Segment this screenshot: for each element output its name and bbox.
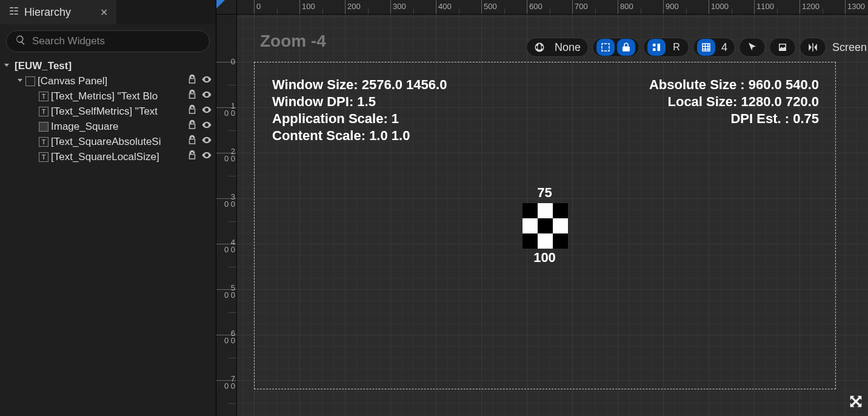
metric-line: DPI Est. : 0.75: [649, 110, 819, 127]
ruler-v-tick-label: 60 0: [217, 330, 235, 344]
ruler-v-tick-label: 10 0: [217, 102, 235, 117]
ruler-horizontal: 0100200300400500600700800900100011001200…: [237, 0, 868, 15]
mirror-icon: [804, 39, 822, 56]
ruler-h-tick-label: 600: [529, 2, 542, 11]
panel-tab-bar: Hierarchy ✕: [0, 0, 216, 24]
metric-line: Content Scale: 1.0 1.0: [272, 127, 447, 144]
layout-flow-button[interactable]: [647, 39, 666, 56]
hierarchy-panel: Hierarchy ✕ [EUW_Test][Canvas Panel]T[Te…: [0, 0, 216, 416]
dashed-outline-button[interactable]: [596, 39, 615, 56]
zoom-level-label: Zoom -4: [260, 32, 326, 51]
visibility-icon[interactable]: [201, 150, 212, 164]
screen-size-label[interactable]: Screen: [830, 41, 868, 54]
ruler-h-tick-label: 1000: [711, 2, 729, 11]
tree-row[interactable]: T[Text_SelfMetrics] "Text: [0, 104, 216, 119]
ruler-v-tick-label: 40 0: [217, 239, 235, 253]
toolbar-outline-lock: [592, 38, 639, 57]
ruler-h-tick-label: 300: [393, 2, 406, 11]
ruler-h-tick-label: 900: [666, 2, 679, 11]
hierarchy-tab[interactable]: Hierarchy ✕: [0, 0, 116, 24]
tree-node-label: [EUW_Test]: [15, 60, 213, 72]
search-input[interactable]: [32, 35, 201, 47]
ruler-v-tick-label: 20 0: [217, 148, 235, 163]
lock-icon[interactable]: [187, 104, 198, 118]
visibility-icon[interactable]: [201, 89, 212, 103]
tree-row[interactable]: T[Text_SquareLocalSize]: [0, 149, 216, 164]
metric-line: Application Scale: 1: [272, 110, 447, 127]
designer-viewport[interactable]: 0100200300400500600700800900100011001200…: [216, 0, 868, 416]
square-absolute-size-label: 75: [537, 185, 552, 201]
ruler-h-tick-label: 1200: [802, 2, 820, 11]
search-box[interactable]: [6, 30, 210, 52]
toolbar-grid-snap[interactable]: 4: [693, 38, 735, 57]
hierarchy-tree: [EUW_Test][Canvas Panel]T[Text_Metrics] …: [0, 57, 216, 416]
canvas-area[interactable]: Zoom -4 None: [237, 15, 868, 416]
visibility-icon[interactable]: [201, 135, 212, 149]
visibility-icon[interactable]: [201, 119, 212, 133]
hierarchy-tab-label: Hierarchy: [24, 6, 71, 19]
toolbar-cursor[interactable]: [739, 38, 766, 57]
expand-caret-icon[interactable]: [2, 62, 11, 70]
lock-icon[interactable]: [187, 135, 198, 149]
ruler-h-tick-label: 1100: [756, 2, 774, 11]
toolbar-mirror[interactable]: [800, 38, 826, 57]
tree-row[interactable]: [EUW_Test]: [0, 58, 216, 73]
ruler-vertical: 010 020 030 040 050 060 070 080 0: [216, 15, 237, 416]
image-widget-icon: [39, 122, 48, 132]
ruler-h-tick-label: 800: [620, 2, 633, 11]
visibility-icon[interactable]: [201, 74, 212, 88]
ruler-h-tick-label: 200: [347, 2, 361, 11]
localization-label: None: [551, 41, 584, 54]
search-icon: [15, 35, 26, 48]
text-widget-icon: T: [39, 107, 48, 116]
ruler-v-tick-label: 0: [217, 58, 235, 65]
toolbar-layout-mode: R: [643, 38, 689, 57]
layout-r-button[interactable]: R: [668, 39, 685, 56]
grid-snap-value: 4: [718, 41, 731, 54]
hierarchy-icon: [8, 5, 19, 19]
image-icon: [773, 39, 792, 56]
ruler-h-tick-label: 100: [302, 2, 315, 11]
grid-snap-button[interactable]: [697, 39, 715, 56]
metric-line: Absolute Size : 960.0 540.0: [649, 76, 819, 93]
square-local-size-label: 100: [533, 250, 556, 266]
expand-caret-icon[interactable]: [16, 77, 24, 86]
ruler-h-tick-label: 500: [484, 2, 497, 11]
lock-icon[interactable]: [187, 89, 198, 103]
ruler-h-tick-label: 0: [256, 2, 261, 11]
globe-icon: [530, 39, 549, 56]
lock-icon[interactable]: [187, 119, 198, 133]
ruler-h-tick-label: 1300: [847, 2, 865, 11]
cursor-icon: [743, 39, 761, 56]
tree-row[interactable]: T[Text_Metrics] "Text Blo: [0, 89, 216, 104]
tree-row[interactable]: T[Text_SquareAbsoluteSi: [0, 134, 216, 149]
toolbar-localization[interactable]: None: [526, 38, 589, 57]
resize-handle[interactable]: [847, 393, 864, 412]
canvas-panel-icon: [25, 76, 35, 86]
text-widget-icon: T: [39, 137, 48, 147]
metrics-left-block: Window Size: 2576.0 1456.0Window DPI: 1.…: [272, 76, 447, 144]
metric-line: Local Size: 1280.0 720.0: [649, 93, 819, 110]
metric-line: Window Size: 2576.0 1456.0: [272, 76, 447, 93]
image-square[interactable]: [522, 203, 568, 249]
viewport-toolbar: None R: [526, 36, 868, 58]
ruler-h-tick-label: 400: [438, 2, 452, 11]
toolbar-image[interactable]: [769, 38, 796, 57]
ruler-v-tick-label: 70 0: [217, 375, 235, 390]
viewport-corner-marker: [216, 0, 225, 8]
ruler-v-tick-label: 50 0: [217, 284, 235, 299]
lock-icon[interactable]: [187, 74, 198, 88]
tree-row[interactable]: Image_Square: [0, 119, 216, 134]
metrics-right-block: Absolute Size : 960.0 540.0Local Size: 1…: [649, 76, 819, 127]
lock-icon[interactable]: [187, 150, 198, 164]
metric-line: Window DPI: 1.5: [272, 93, 447, 110]
text-widget-icon: T: [39, 92, 48, 101]
ruler-h-tick-label: 700: [575, 2, 588, 11]
ruler-v-tick-label: 30 0: [217, 193, 235, 208]
tree-row[interactable]: [Canvas Panel]: [0, 73, 216, 89]
visibility-icon[interactable]: [201, 104, 212, 118]
lock-button[interactable]: [617, 39, 635, 56]
close-icon[interactable]: ✕: [100, 7, 108, 18]
text-widget-icon: T: [39, 152, 48, 162]
